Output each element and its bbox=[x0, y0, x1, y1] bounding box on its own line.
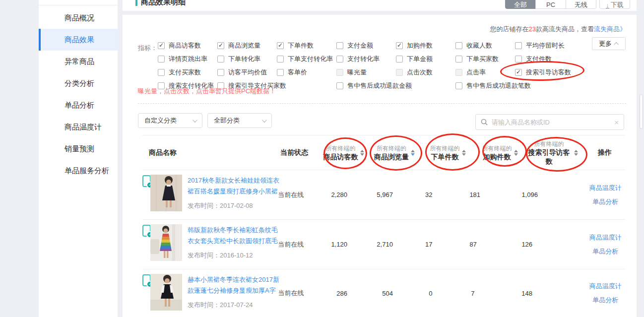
product-title-link[interactable]: 赫本小黑裙冬季连衣裙女2017新款蓬蓬七分袖修身显瘦加厚A字 bbox=[188, 274, 279, 296]
column-product-name: 商品名称 bbox=[142, 148, 278, 157]
checkbox[interactable] bbox=[217, 69, 224, 76]
metric-checkbox-item[interactable]: 下单件数 bbox=[277, 39, 336, 52]
checkbox[interactable] bbox=[336, 42, 343, 49]
product-title-link[interactable]: 2017秋冬新款女长袖娃娃领连衣裙百搭名媛显瘦打底修身小黑裙 bbox=[188, 175, 279, 197]
product-image[interactable] bbox=[150, 175, 182, 211]
metric-checkbox-item[interactable]: 支付转化率 bbox=[336, 52, 396, 65]
checkbox[interactable] bbox=[455, 56, 462, 63]
sidebar-item-abnormal-products[interactable]: 异常商品 bbox=[39, 51, 118, 72]
checkbox[interactable] bbox=[515, 42, 522, 49]
metric-checkbox-search-guided-visitors[interactable]: 搜索引导访客数 bbox=[515, 65, 575, 79]
table-row: ✓ 2017秋冬新款女长袖娃娃领连衣裙百搭名媛显瘦打底修身小黑裙 发布时间：20… bbox=[142, 170, 625, 220]
metric-checkbox-item[interactable]: 售中售后成功退款笔数 bbox=[455, 79, 575, 92]
metric-checkbox-item[interactable]: 下单转化率 bbox=[217, 52, 277, 65]
sort-arrows[interactable] bbox=[462, 150, 466, 156]
metric-checkbox-item[interactable]: 下单买家数 bbox=[455, 52, 515, 65]
product-status: 当前在线 bbox=[275, 240, 317, 249]
value-order-items: 0 bbox=[418, 290, 470, 297]
checkbox[interactable] bbox=[277, 42, 284, 49]
dashed-divider bbox=[138, 103, 626, 104]
metric-checkbox-item[interactable]: 访客平均价值 bbox=[217, 65, 277, 79]
tab-wireless[interactable]: 无线 bbox=[566, 0, 596, 9]
column-search-guided-visitors[interactable]: 所有终端的搜索引导访客数 bbox=[526, 140, 578, 166]
column-product-views[interactable]: 所有终端的商品浏览量 bbox=[367, 144, 422, 161]
loss-count: 23 bbox=[529, 25, 536, 33]
checkbox[interactable] bbox=[455, 82, 462, 89]
checkbox[interactable] bbox=[217, 56, 224, 63]
metric-checkbox-item[interactable]: 商品访客数 bbox=[158, 39, 217, 52]
product-title-link[interactable]: 韩版新款秋冬季长袖彩虹条纹毛衣女套头宽松中长款圆领打底毛 bbox=[188, 225, 279, 247]
metric-checkbox-item[interactable]: 平均停留时长 bbox=[515, 39, 575, 52]
tab-pc[interactable]: PC bbox=[535, 0, 566, 9]
metric-checkbox-item[interactable]: 点击率 bbox=[455, 65, 515, 79]
checkbox[interactable] bbox=[396, 42, 403, 49]
sidebar-item-product-thermometer[interactable]: 商品温度计 bbox=[39, 116, 118, 138]
value-cart-items: 7 bbox=[470, 290, 522, 297]
sidebar-item-category-analysis[interactable]: 分类分析 bbox=[39, 72, 118, 94]
all-category-dropdown[interactable]: 全部分类 bbox=[207, 113, 272, 128]
loss-products-link[interactable]: 流失商品》 bbox=[594, 25, 626, 33]
value-order-items: 17 bbox=[418, 241, 469, 248]
metric-checkbox-item[interactable]: 支付金额 bbox=[336, 39, 396, 52]
checkbox[interactable] bbox=[277, 69, 284, 76]
checkbox[interactable] bbox=[158, 42, 165, 49]
metric-checkbox-item[interactable]: 点击次数 bbox=[396, 65, 455, 79]
sidebar-item-product-overview[interactable]: 商品概况 bbox=[39, 7, 118, 29]
terminal-tabs: 全部 PC 无线 bbox=[505, 0, 596, 9]
checkbox[interactable] bbox=[336, 82, 343, 89]
metric-checkbox-item[interactable]: 商品浏览量 bbox=[217, 39, 277, 52]
checkbox[interactable] bbox=[515, 56, 522, 63]
metric-checkbox-item[interactable]: 支付件数 bbox=[515, 52, 575, 65]
checkbox bbox=[455, 69, 462, 76]
more-button[interactable]: 更多 bbox=[592, 37, 626, 50]
value-product-visitors: 286 bbox=[317, 290, 364, 297]
checkbox[interactable] bbox=[515, 69, 522, 76]
value-search-guided-visitors: 148 bbox=[521, 290, 579, 297]
single-product-analysis-link[interactable]: 单品分析 bbox=[592, 247, 618, 256]
metric-checkbox-item[interactable]: 收藏人数 bbox=[455, 39, 515, 52]
metric-checkbox-item[interactable]: 加购件数 bbox=[396, 39, 455, 52]
sidebar-item-single-product-analysis[interactable]: 单品分析 bbox=[39, 94, 118, 116]
sidebar-item-sales-forecast[interactable]: 销量预测 bbox=[39, 138, 118, 160]
product-thermometer-link[interactable]: 商品温度计 bbox=[589, 184, 622, 192]
checkbox[interactable] bbox=[158, 69, 165, 76]
sidebar-item-single-product-service[interactable]: 单品服务分析 bbox=[39, 160, 118, 182]
single-product-analysis-link[interactable]: 单品分析 bbox=[592, 296, 618, 305]
custom-category-dropdown[interactable]: 自定义分类 bbox=[138, 113, 202, 128]
chevron-down-icon bbox=[262, 118, 267, 123]
product-status: 当前在线 bbox=[275, 289, 317, 298]
metric-checkbox-item[interactable]: 客单价 bbox=[277, 65, 336, 79]
clear-search-icon[interactable]: × bbox=[614, 118, 619, 127]
metric-checkbox-item[interactable]: 支付买家数 bbox=[158, 65, 217, 79]
checkbox[interactable] bbox=[396, 56, 403, 63]
sort-arrows[interactable] bbox=[360, 150, 364, 156]
scrollbar-thumb[interactable] bbox=[640, 94, 643, 129]
search-input[interactable] bbox=[492, 119, 610, 126]
table-body: ✓ 2017秋冬新款女长袖娃娃领连衣裙百搭名媛显瘦打底修身小黑裙 发布时间：20… bbox=[142, 170, 625, 317]
metric-checkbox-item[interactable]: 下单金额 bbox=[396, 52, 455, 65]
product-image[interactable] bbox=[150, 274, 182, 311]
metric-checkbox-item[interactable]: 下单支付转化率 bbox=[277, 52, 336, 65]
tab-all[interactable]: 全部 bbox=[505, 0, 536, 9]
sidebar-item-product-effect[interactable]: 商品效果 bbox=[39, 29, 118, 51]
column-product-visitors[interactable]: 所有终端的商品访客数 bbox=[320, 144, 367, 161]
metric-checkbox-item[interactable]: 售中售后成功退款金额 bbox=[336, 79, 455, 92]
column-order-items[interactable]: 所有终端的下单件数 bbox=[422, 144, 474, 161]
value-search-guided-visitors: 1,096 bbox=[521, 191, 579, 198]
checkbox[interactable] bbox=[217, 42, 224, 49]
product-thermometer-link[interactable]: 商品温度计 bbox=[589, 233, 622, 242]
download-button[interactable]: ↓下载 bbox=[599, 0, 630, 9]
checkbox[interactable] bbox=[336, 56, 343, 63]
sort-arrows[interactable] bbox=[574, 150, 578, 156]
sort-arrows[interactable] bbox=[514, 150, 518, 156]
sort-arrows[interactable] bbox=[411, 150, 415, 156]
metric-checkbox-item[interactable]: 详情页跳出率 bbox=[158, 52, 217, 65]
checkbox[interactable] bbox=[277, 56, 284, 63]
checkbox[interactable] bbox=[158, 56, 165, 63]
column-cart-items[interactable]: 所有终端的加购件数 bbox=[474, 144, 526, 161]
single-product-analysis-link[interactable]: 单品分析 bbox=[592, 197, 618, 206]
product-image[interactable] bbox=[150, 224, 182, 261]
checkbox[interactable] bbox=[455, 42, 462, 49]
metric-checkbox-item[interactable]: 曝光量 bbox=[336, 65, 396, 79]
product-thermometer-link[interactable]: 商品温度计 bbox=[589, 282, 622, 291]
